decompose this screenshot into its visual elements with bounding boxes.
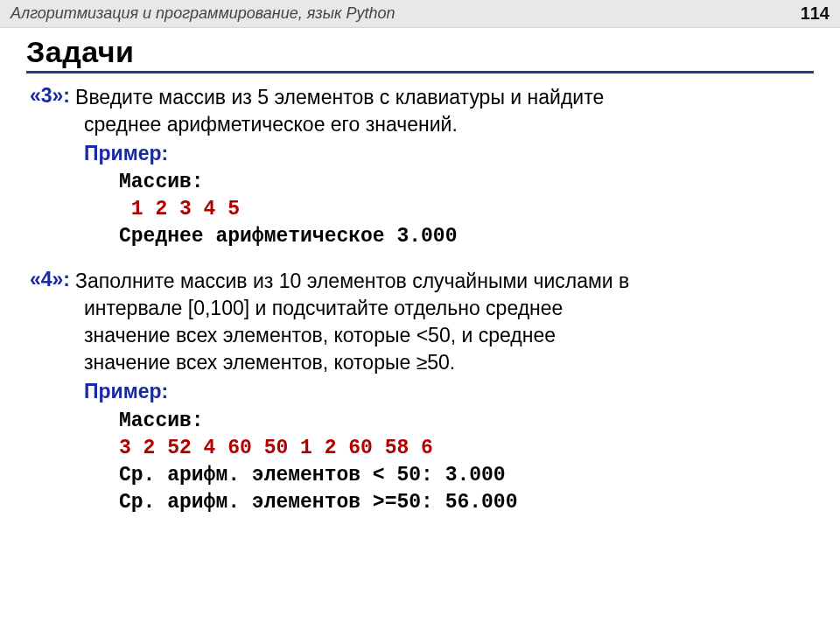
header-subject: Алгоритмизация и программирование, язык … [10,4,395,23]
task3-example-block: Массив: 1 2 3 4 5 Среднее арифметическое… [119,169,814,250]
task4-result1: Ср. арифм. элементов < 50: 3.000 [119,462,814,489]
header-bar: Алгоритмизация и программирование, язык … [0,0,840,28]
page-title: Задачи [26,35,814,74]
grade-label-4: «4»: [30,268,70,291]
task4-array-values: 3 2 52 4 60 50 1 2 60 58 6 [119,435,814,462]
task4-array-label: Массив: [119,408,814,435]
task3-result: Среднее арифметическое 3.000 [119,223,814,250]
grade-label-3: «3»: [30,84,70,108]
task4-desc-line1: Заполните массив из 10 элементов случайн… [75,268,814,295]
task3-example-label: Пример: [84,140,814,167]
task3-array-label: Массив: [119,169,814,196]
task3-desc-line1: Введите массив из 5 элементов с клавиату… [75,84,814,111]
task4-desc-line3: значение всех элементов, которые <50, и … [84,322,814,349]
task4-desc-line2: интервале [0,100] и подсчитайте отдельно… [84,295,814,322]
task-4: «4»: Заполните массив из 10 элементов сл… [26,268,814,515]
task4-desc-line4: значение всех элементов, которые ≥50. [84,349,814,376]
content: Задачи «3»: Введите массив из 5 элементо… [0,28,840,516]
task3-array-values: 1 2 3 4 5 [119,196,814,223]
task4-example-block: Массив: 3 2 52 4 60 50 1 2 60 58 6 Ср. а… [119,408,814,516]
task4-result2: Ср. арифм. элементов >=50: 56.000 [119,489,814,516]
task3-desc-line2: среднее арифметическое его значений. [84,111,814,138]
slide: Алгоритмизация и программирование, язык … [0,0,840,630]
task-3: «3»: Введите массив из 5 элементов с кла… [26,84,814,250]
page-number: 114 [801,4,830,24]
task4-example-label: Пример: [84,378,814,405]
